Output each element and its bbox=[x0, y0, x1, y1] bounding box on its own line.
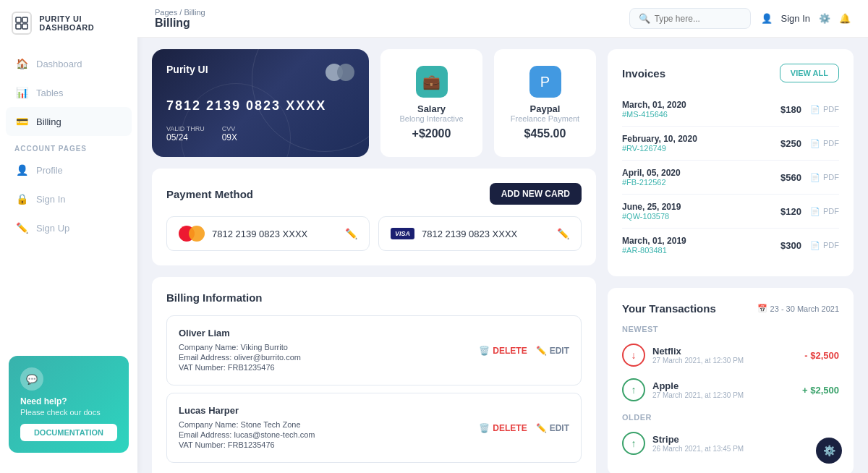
vat-label-2: VAT Number: bbox=[179, 440, 226, 449]
invoice-amount-4: $300 bbox=[780, 240, 801, 251]
invoice-right-3: $120 📄 PDF bbox=[780, 206, 839, 217]
cvv-label: CVV bbox=[222, 125, 237, 132]
stat-label-paypal: Paypal bbox=[530, 103, 561, 114]
help-panel: 💬 Need help? Please check our docs DOCUM… bbox=[9, 356, 129, 453]
valid-thru-value: 05/24 bbox=[166, 132, 205, 142]
tx-left-netflix: ↓ Netflix 27 March 2021, at 12:30 PM bbox=[622, 344, 744, 367]
tables-icon: 📊 bbox=[14, 85, 29, 100]
payment-card-left-2: VISA 7812 2139 0823 XXXX bbox=[391, 228, 517, 239]
invoice-row-2: April, 05, 2020 #FB-212562 $560 📄 PDF bbox=[622, 161, 839, 195]
add-new-card-button[interactable]: ADD NEW CARD bbox=[490, 183, 582, 205]
invoice-date-1: February, 10, 2020 bbox=[622, 134, 697, 144]
edit-button-1[interactable]: ✏️ EDIT bbox=[536, 346, 569, 356]
invoices-panel: Invoices VIEW ALL March, 01, 2020 #MS-41… bbox=[608, 49, 854, 276]
settings-fab-button[interactable]: ⚙️ bbox=[816, 438, 842, 464]
billing-vat-1: VAT Number: FRB1235476 bbox=[179, 363, 569, 372]
invoice-ref-3: #QW-103578 bbox=[622, 212, 681, 221]
pdf-link-2[interactable]: 📄 PDF bbox=[810, 173, 839, 182]
edit-card-2-icon[interactable]: ✏️ bbox=[557, 228, 569, 239]
invoice-ref-0: #MS-415646 bbox=[622, 110, 686, 119]
breadcrumb-current: Billing bbox=[184, 8, 205, 17]
billing-person-1: Oliver Liam Company Name: Viking Burrito… bbox=[166, 315, 582, 385]
payment-method-header: Payment Method ADD NEW CARD bbox=[166, 183, 582, 205]
invoice-row-1: February, 10, 2020 #RV-126749 $250 📄 PDF bbox=[622, 127, 839, 161]
profile-icon: 👤 bbox=[14, 163, 29, 177]
payment-cards-list: 7812 2139 0823 XXXX ✏️ VISA 7812 2139 08… bbox=[166, 216, 582, 251]
valid-thru-label: VALID THRU bbox=[166, 125, 205, 132]
email-label-1: Email Address: bbox=[179, 353, 231, 362]
card-cvv: CVV 09X bbox=[222, 125, 237, 142]
invoice-date-2: April, 05, 2020 bbox=[622, 168, 681, 178]
topbar-actions: 👤 Sign In ⚙️ 🔔 bbox=[761, 13, 851, 24]
tx-name-stripe: Stripe bbox=[652, 434, 744, 445]
invoice-right-1: $250 📄 PDF bbox=[780, 138, 839, 149]
tx-row-apple: ↑ Apple 27 March 2021, at 12:30 PM + $2,… bbox=[622, 372, 839, 407]
transactions-date: 📅 23 - 30 March 2021 bbox=[757, 304, 839, 313]
billing-actions-1: 🗑️ DELETE ✏️ EDIT bbox=[479, 346, 569, 356]
logo-icon bbox=[12, 12, 32, 35]
sign-in-link[interactable]: Sign In bbox=[781, 13, 810, 24]
sidebar-item-signin[interactable]: 🔒 Sign In bbox=[0, 184, 137, 213]
sidebar-item-label: Tables bbox=[36, 88, 64, 98]
tx-amount-apple: + $2,500 bbox=[802, 385, 839, 396]
invoice-date-3: June, 25, 2019 bbox=[622, 202, 681, 212]
newest-label: NEWEST bbox=[622, 325, 839, 333]
invoice-row-4: March, 01, 2019 #AR-803481 $300 📄 PDF bbox=[622, 229, 839, 262]
delete-button-2[interactable]: 🗑️ DELETE bbox=[479, 423, 527, 433]
pdf-link-3[interactable]: 📄 PDF bbox=[810, 207, 839, 216]
invoice-info-2: April, 05, 2020 #FB-212562 bbox=[622, 168, 681, 187]
sidebar-item-profile[interactable]: 👤 Profile bbox=[0, 155, 137, 184]
breadcrumb-parent: Pages bbox=[155, 8, 177, 17]
view-all-button[interactable]: VIEW ALL bbox=[780, 64, 839, 82]
svg-rect-2 bbox=[16, 24, 21, 29]
sidebar-item-label: Profile bbox=[36, 165, 63, 176]
edit-card-1-icon[interactable]: ✏️ bbox=[345, 228, 357, 239]
invoice-amount-3: $120 bbox=[780, 206, 801, 217]
sidebar-item-label: Sign In bbox=[36, 194, 65, 205]
vat-label-1: VAT Number: bbox=[179, 363, 226, 372]
company-label-1: Company Name: bbox=[179, 343, 239, 351]
help-title: Need help? bbox=[20, 396, 117, 406]
stat-value-salary: +$2000 bbox=[412, 127, 451, 140]
tx-time-stripe: 26 March 2021, at 13:45 PM bbox=[652, 445, 744, 453]
sidebar-item-tables[interactable]: 📊 Tables bbox=[0, 78, 137, 107]
invoice-amount-0: $180 bbox=[780, 104, 801, 115]
cvv-value: 09X bbox=[222, 132, 237, 142]
sidebar-item-label: Dashboard bbox=[36, 59, 82, 69]
tx-left-stripe: ↑ Stripe 26 March 2021, at 13:45 PM bbox=[622, 432, 744, 455]
pdf-link-0[interactable]: 📄 PDF bbox=[810, 105, 839, 114]
card-valid-thru: VALID THRU 05/24 bbox=[166, 125, 205, 142]
mastercard-icon bbox=[179, 226, 205, 242]
stat-sublabel-salary: Belong Interactive bbox=[399, 114, 463, 123]
tx-icon-stripe: ↑ bbox=[622, 432, 645, 455]
payment-card-left-1: 7812 2139 0823 XXXX bbox=[179, 226, 307, 242]
invoice-right-0: $180 📄 PDF bbox=[780, 104, 839, 115]
search-box[interactable]: 🔍 bbox=[629, 8, 751, 29]
delete-button-1[interactable]: 🗑️ DELETE bbox=[479, 346, 527, 356]
bell-icon[interactable]: 🔔 bbox=[839, 13, 851, 24]
sidebar-item-billing[interactable]: 💳 Billing bbox=[6, 107, 132, 136]
card-logo bbox=[326, 64, 354, 81]
invoice-info-0: March, 01, 2020 #MS-415646 bbox=[622, 100, 686, 119]
company-label-2: Company Name: bbox=[179, 420, 239, 429]
billing-info-title: Billing Information bbox=[166, 291, 263, 304]
help-icon: 💬 bbox=[20, 367, 43, 391]
invoices-title: Invoices bbox=[622, 67, 665, 80]
tx-info-netflix: Netflix 27 March 2021, at 12:30 PM bbox=[652, 346, 744, 365]
sidebar-item-dashboard[interactable]: 🏠 Dashboard bbox=[0, 49, 137, 78]
documentation-button[interactable]: DOCUMENTATION bbox=[20, 424, 117, 441]
settings-icon[interactable]: ⚙️ bbox=[819, 13, 830, 24]
tx-info-apple: Apple 27 March 2021, at 12:30 PM bbox=[652, 380, 744, 399]
email-label-2: Email Address: bbox=[179, 430, 231, 439]
invoice-info-3: June, 25, 2019 #QW-103578 bbox=[622, 202, 681, 221]
payment-card-1: 7812 2139 0823 XXXX ✏️ bbox=[166, 216, 370, 251]
content-area: Purity UI 7812 2139 0823 XXXX VALID THRU… bbox=[137, 38, 868, 473]
pdf-link-4[interactable]: 📄 PDF bbox=[810, 241, 839, 250]
page-title: Billing bbox=[155, 17, 205, 30]
edit-button-2[interactable]: ✏️ EDIT bbox=[536, 423, 569, 433]
payment-method-panel: Payment Method ADD NEW CARD 7812 2139 08… bbox=[152, 169, 596, 265]
pdf-link-1[interactable]: 📄 PDF bbox=[810, 139, 839, 148]
sidebar-item-signup[interactable]: ✏️ Sign Up bbox=[0, 213, 137, 242]
tx-name-netflix: Netflix bbox=[652, 346, 744, 357]
search-input[interactable] bbox=[655, 14, 741, 24]
